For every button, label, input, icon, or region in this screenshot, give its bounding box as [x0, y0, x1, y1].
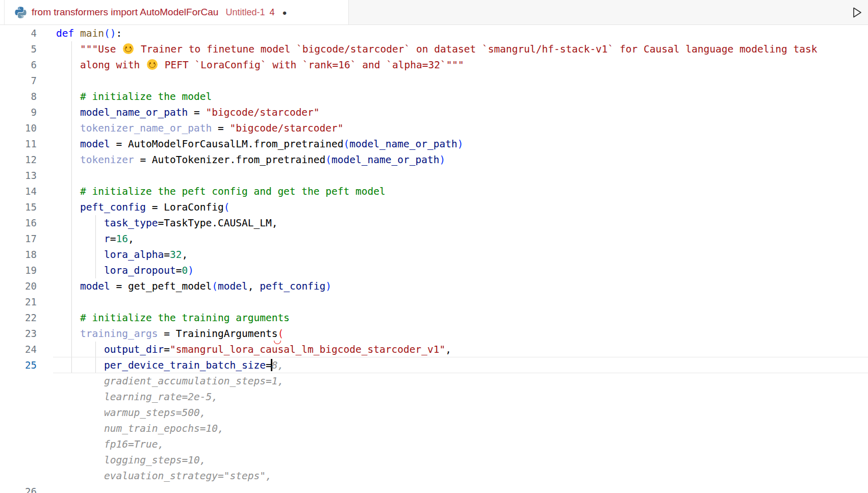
code-text: peft_config = LoraConfig( — [56, 199, 229, 215]
line-number[interactable]: 11 — [0, 136, 37, 152]
line-number[interactable]: 16 — [0, 215, 37, 231]
code-text: tokenizer = AutoTokenizer.from_pretraine… — [56, 152, 445, 168]
code-token: ( — [344, 138, 350, 150]
code-token — [56, 359, 104, 371]
code-token — [56, 217, 104, 229]
line-number[interactable]: 22 — [0, 310, 37, 326]
line-number[interactable]: 19 — [0, 263, 37, 278]
code-text: training_args = TrainingArguments( — [56, 326, 284, 342]
code-token: = — [164, 344, 170, 355]
code-line[interactable]: 11 model = AutoModelForCausalLM.from_pre… — [0, 136, 868, 152]
code-line[interactable]: 10 tokenizer_name_or_path = "bigcode/sta… — [0, 120, 868, 136]
tab-bar: from transformers import AutoModelForCau… — [0, 0, 868, 25]
code-token: , — [248, 280, 260, 292]
code-token: ( — [104, 28, 110, 39]
code-line[interactable]: 5 """Use Trainer to finetune model `bigc… — [0, 41, 868, 57]
line-number[interactable]: 9 — [0, 105, 37, 120]
code-line[interactable]: 9 model_name_or_path = "bigcode/starcode… — [0, 105, 868, 120]
code-token: peft_config — [80, 201, 146, 213]
line-number[interactable]: 26 — [0, 484, 37, 493]
code-line[interactable]: 14 # initialize the peft config and get … — [0, 184, 868, 199]
code-text: fp16=True, — [56, 436, 164, 452]
code-token: ) — [110, 28, 116, 39]
code-text: r=16, — [56, 231, 134, 247]
code-token: = AutoTokenizer.from_pretrained — [134, 154, 326, 166]
code-token: = TrainingArguments — [158, 328, 278, 340]
code-line[interactable]: 18 lora_alpha=32, — [0, 247, 868, 263]
line-number[interactable]: 8 — [0, 89, 37, 105]
line-number[interactable]: 14 — [0, 184, 37, 199]
code-token: model_name_or_path — [80, 107, 188, 118]
ghost-line[interactable]: evaluation_strategy="steps", — [0, 468, 868, 484]
code-line[interactable]: 20 model = get_peft_model(model, peft_co… — [0, 278, 868, 294]
line-number[interactable]: 15 — [0, 199, 37, 215]
line-number[interactable]: 4 — [0, 25, 37, 41]
ghost-line[interactable]: warmup_steps=500, — [0, 405, 868, 421]
tab-untitled-1[interactable]: from transformers import AutoModelForCau… — [5, 0, 349, 24]
code-text: model = AutoModelForCausalLM.from_pretra… — [56, 136, 463, 152]
code-token: = LoraConfig — [146, 201, 224, 213]
code-token — [74, 28, 80, 39]
code-token — [56, 154, 80, 166]
line-number[interactable]: 6 — [0, 57, 37, 73]
code-line[interactable]: 26 — [0, 484, 868, 493]
code-token: , — [182, 249, 188, 261]
code-token: "bigcode/starcoder" — [206, 107, 320, 118]
line-number[interactable]: 24 — [0, 342, 37, 357]
line-number[interactable]: 10 — [0, 120, 37, 136]
line-number[interactable]: 18 — [0, 247, 37, 263]
code-token: , — [128, 233, 134, 245]
code-token — [56, 201, 80, 213]
line-number[interactable]: 12 — [0, 152, 37, 168]
code-line[interactable]: 25 per_device_train_batch_size=8, — [0, 357, 868, 373]
code-token: model_name_or_path — [331, 154, 439, 166]
dirty-indicator-dot[interactable]: ● — [282, 8, 287, 17]
code-line[interactable]: 15 peft_config = LoraConfig( — [0, 199, 868, 215]
code-token: output_dir — [104, 344, 164, 355]
line-number[interactable]: 23 — [0, 326, 37, 342]
run-button[interactable] — [852, 0, 868, 24]
line-number[interactable]: 13 — [0, 168, 37, 184]
hugging-face-emoji — [147, 59, 158, 70]
code-token: evaluation_strategy="steps", — [56, 470, 272, 482]
ghost-line[interactable]: logging_steps=10, — [0, 452, 868, 468]
code-line[interactable]: 22 # initialize the training arguments — [0, 310, 868, 326]
code-token: r — [104, 233, 110, 245]
code-token: ) — [457, 138, 464, 150]
code-line[interactable]: 4def main(): — [0, 25, 868, 41]
code-text: # initialize the model — [56, 89, 212, 105]
code-line[interactable]: 12 tokenizer = AutoTokenizer.from_pretra… — [0, 152, 868, 168]
ghost-line[interactable]: fp16=True, — [0, 436, 868, 452]
ghost-line[interactable]: gradient_accumulation_steps=1, — [0, 373, 868, 389]
code-token — [56, 328, 80, 340]
code-token: lora_dropout — [104, 265, 176, 276]
line-number[interactable]: 25 — [0, 357, 37, 373]
ghost-line[interactable]: learning_rate=2e-5, — [0, 389, 868, 405]
line-number[interactable]: 7 — [0, 73, 37, 89]
code-area[interactable]: 4def main():5 """Use Trainer to finetune… — [0, 25, 868, 493]
tab-bar-left-edge — [0, 0, 5, 24]
code-token: # initialize the peft config and get the… — [56, 186, 386, 197]
line-number[interactable]: 5 — [0, 41, 37, 57]
code-line[interactable]: 19 lora_dropout=0) — [0, 263, 868, 278]
code-line[interactable]: 21 — [0, 294, 868, 310]
code-token: PEFT `LoraConfig` with `rank=16` and `al… — [159, 59, 464, 71]
ghost-line[interactable]: num_train_epochs=10, — [0, 421, 868, 436]
code-line[interactable]: 24 output_dir="smangrul_lora_causal_lm_b… — [0, 342, 868, 357]
line-number[interactable]: 17 — [0, 231, 37, 247]
code-line[interactable]: 8 # initialize the model — [0, 89, 868, 105]
code-line[interactable]: 17 r=16, — [0, 231, 868, 247]
code-line[interactable]: 6 along with PEFT `LoraConfig` with `ran… — [0, 57, 868, 73]
code-token: peft_config — [260, 280, 325, 292]
code-line[interactable]: 7 — [0, 73, 868, 89]
code-token: ) — [325, 280, 331, 292]
code-token: # initialize the model — [56, 91, 212, 102]
code-line[interactable]: 23 training_args = TrainingArguments( — [0, 326, 868, 342]
code-line[interactable]: 16 task_type=TaskType.CAUSAL_LM, — [0, 215, 868, 231]
tab-error-badge: 4 — [269, 7, 274, 18]
code-text: # initialize the training arguments — [56, 310, 290, 326]
code-line[interactable]: 13 — [0, 168, 868, 184]
line-number[interactable]: 20 — [0, 278, 37, 294]
line-number[interactable]: 21 — [0, 294, 37, 310]
code-text: lora_dropout=0) — [56, 263, 194, 278]
